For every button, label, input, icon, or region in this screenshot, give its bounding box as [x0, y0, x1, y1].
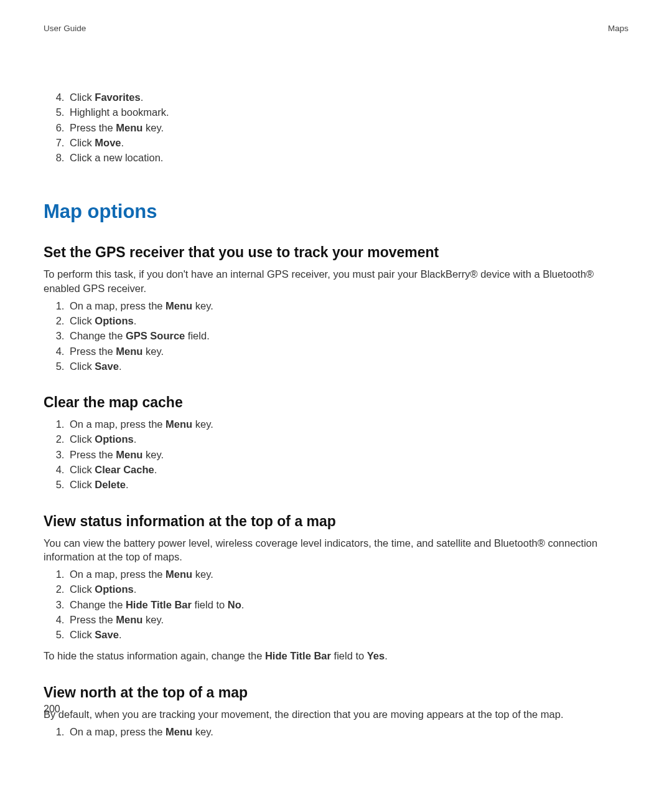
list-item: Press the Menu key. [67, 613, 628, 626]
list-item: Highlight a bookmark. [67, 105, 628, 119]
list-item: On a map, press the Menu key. [67, 725, 628, 739]
section-heading: Map options [44, 201, 628, 223]
header-left: User Guide [44, 24, 86, 33]
list-item: Click Save. [67, 359, 628, 373]
intro-paragraph: By default, when you are tracking your m… [44, 707, 628, 721]
subsection-heading: Clear the map cache [44, 394, 628, 411]
subsection-heading: Set the GPS receiver that you use to tra… [44, 244, 628, 261]
list-item: Click Move. [67, 136, 628, 149]
list-item: Press the Menu key. [67, 344, 628, 358]
list-item: On a map, press the Menu key. [67, 299, 628, 313]
steps-list: On a map, press the Menu key.Click Optio… [47, 417, 628, 491]
page-container: User Guide Maps Click Favorites.Highligh… [0, 0, 672, 807]
continued-steps-list: Click Favorites.Highlight a bookmark.Pre… [47, 90, 628, 164]
subsection-heading: View north at the top of a map [44, 684, 628, 701]
list-item: Click Delete. [67, 478, 628, 491]
list-item: Click Save. [67, 628, 628, 641]
steps-list: On a map, press the Menu key. [47, 725, 628, 739]
subsections-container: Set the GPS receiver that you use to tra… [44, 244, 628, 739]
page-number: 200 [44, 704, 60, 715]
steps-list: On a map, press the Menu key.Click Optio… [47, 567, 628, 641]
list-item: Click Favorites. [67, 90, 628, 104]
intro-paragraph: To perform this task, if you don't have … [44, 267, 628, 295]
list-item: Press the Menu key. [67, 448, 628, 461]
list-item: Click Clear Cache. [67, 463, 628, 476]
header-row: User Guide Maps [44, 24, 628, 33]
outro-paragraph: To hide the status information again, ch… [44, 649, 628, 663]
list-item: Press the Menu key. [67, 121, 628, 134]
list-item: Change the Hide Title Bar field to No. [67, 598, 628, 611]
list-item: Change the GPS Source field. [67, 329, 628, 342]
list-item: Click Options. [67, 432, 628, 446]
subsection-heading: View status information at the top of a … [44, 513, 628, 530]
list-item: Click a new location. [67, 151, 628, 164]
content-area: Click Favorites.Highlight a bookmark.Pre… [44, 90, 628, 739]
list-item: On a map, press the Menu key. [67, 417, 628, 431]
steps-list: On a map, press the Menu key.Click Optio… [47, 299, 628, 373]
list-item: Click Options. [67, 314, 628, 328]
list-item: Click Options. [67, 582, 628, 596]
header-right: Maps [608, 24, 628, 33]
intro-paragraph: You can view the battery power level, wi… [44, 536, 628, 564]
list-item: On a map, press the Menu key. [67, 567, 628, 581]
